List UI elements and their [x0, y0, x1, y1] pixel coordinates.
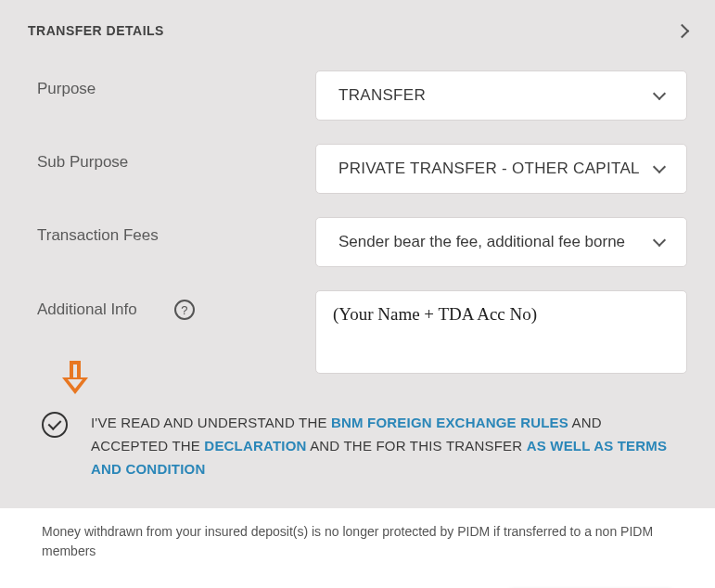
- consent-checkbox[interactable]: [42, 412, 68, 438]
- help-icon[interactable]: ?: [174, 300, 195, 320]
- consent-text: I'VE READ AND UNDERSTAND THE BNM FOREIGN…: [91, 412, 678, 480]
- chevron-down-icon: [653, 86, 666, 99]
- chevron-right-icon: [675, 23, 690, 38]
- declaration-link[interactable]: DECLARATION: [204, 438, 306, 454]
- pidm-disclaimer: Money withdrawn from your insured deposi…: [42, 522, 687, 561]
- purpose-select[interactable]: TRANSFER: [315, 70, 687, 121]
- purpose-value: TRANSFER: [338, 86, 655, 105]
- section-header[interactable]: TRANSFER DETAILS: [28, 23, 687, 38]
- chevron-down-icon: [653, 233, 666, 246]
- purpose-label: Purpose: [37, 70, 315, 98]
- addinfo-input[interactable]: (Your Name + TDA Acc No): [315, 290, 687, 374]
- chevron-down-icon: [653, 160, 666, 173]
- addinfo-value: (Your Name + TDA Acc No): [333, 304, 670, 325]
- checkmark-icon: [48, 416, 62, 430]
- arrow-down-icon: [70, 361, 88, 394]
- subpurpose-label: Sub Purpose: [37, 144, 315, 172]
- subpurpose-select[interactable]: PRIVATE TRANSFER - OTHER CAPITAL: [315, 144, 687, 194]
- txnfees-value: Sender bear the fee, additional fee born…: [338, 233, 655, 251]
- arrow-annotation: [42, 379, 687, 407]
- subpurpose-value: PRIVATE TRANSFER - OTHER CAPITAL: [338, 160, 655, 178]
- section-title: TRANSFER DETAILS: [28, 23, 164, 38]
- txnfees-select[interactable]: Sender bear the fee, additional fee born…: [315, 217, 687, 267]
- bnm-rules-link[interactable]: BNM FOREIGN EXCHANGE RULES: [331, 415, 568, 430]
- txnfees-label: Transaction Fees: [37, 217, 315, 245]
- addinfo-label: Additional Info ?: [37, 290, 315, 320]
